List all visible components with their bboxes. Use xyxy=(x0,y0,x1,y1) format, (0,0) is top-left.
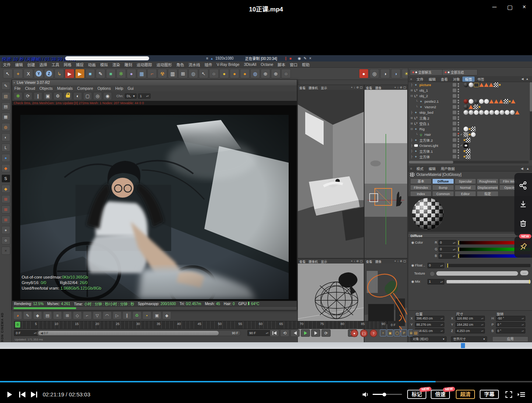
layer-tag[interactable] xyxy=(452,94,457,98)
viewC-menu-1[interactable]: 摄像机 xyxy=(307,259,320,264)
vp-down-icon[interactable]: ↓ xyxy=(354,86,355,89)
visibility-dots[interactable] xyxy=(458,138,459,142)
am-menu-item-1[interactable]: 编辑 xyxy=(426,166,438,171)
vp-null-icon[interactable]: ⊘ xyxy=(356,259,359,263)
layer-tag[interactable] xyxy=(452,149,457,153)
texture-browse-button[interactable]: … xyxy=(520,271,528,275)
material-tab-Normal[interactable]: Normal xyxy=(455,185,476,190)
bend-deformer-icon[interactable]: ⌐ xyxy=(147,69,157,78)
material-tab-Roughness[interactable]: Roughness xyxy=(477,178,498,184)
material-thumb-chk[interactable] xyxy=(494,82,498,87)
material-thumb-tri[interactable] xyxy=(489,83,493,87)
object-row[interactable]: ├✦skip_bed xyxy=(408,110,529,115)
vp-null-icon[interactable]: ⊘ xyxy=(356,86,359,89)
globe-tool-icon[interactable]: ◍ xyxy=(250,69,260,78)
c4d-menu-item-13[interactable]: 角色 xyxy=(174,62,186,67)
octane-start-icon[interactable]: ✻ xyxy=(14,92,22,100)
c4d-menu-item-7[interactable]: 动画 xyxy=(86,62,98,67)
vp-null-icon[interactable]: ⊘ xyxy=(400,259,402,263)
rail-cube-icon[interactable]: ▧ xyxy=(1,92,10,100)
material-thumb-sW[interactable] xyxy=(474,110,479,115)
lv-menu-item-7[interactable]: Gui xyxy=(126,86,136,91)
c4d-menu-item-14[interactable]: 流水线 xyxy=(186,62,202,67)
pin-icon[interactable] xyxy=(518,242,528,252)
c4d-menu-item-2[interactable]: 创建 xyxy=(25,62,37,67)
lv-menu-item-2[interactable]: Objects xyxy=(37,86,55,91)
axis-x-lock-icon[interactable]: X xyxy=(24,69,33,78)
visibility-dots[interactable] xyxy=(458,105,459,109)
material-thumb-tri[interactable] xyxy=(499,99,503,103)
unfreeze-all-button[interactable]: 全部解冻 xyxy=(410,69,445,75)
lv-menu-item-5[interactable]: Options xyxy=(95,86,113,91)
c4d-menu-item-1[interactable]: 编辑 xyxy=(13,62,25,67)
vp-maximize-icon[interactable]: ▢ xyxy=(403,259,406,263)
samples-stepper[interactable]: 1 ▴▾ xyxy=(138,93,151,99)
subtitle-button[interactable]: 字幕 xyxy=(480,390,499,399)
lv-menu-item-1[interactable]: Cloud xyxy=(23,86,37,91)
layer-tag[interactable] xyxy=(452,155,457,159)
object-name[interactable]: 三角.2 xyxy=(419,116,429,121)
circle-tool-icon[interactable]: ○ xyxy=(281,69,291,78)
float-slider[interactable] xyxy=(447,264,531,267)
material-thumb-img[interactable] xyxy=(474,83,479,87)
viewD-menu-0[interactable]: 查看 xyxy=(364,259,374,264)
material-thumb-chk[interactable] xyxy=(466,138,471,142)
key-rotation-button[interactable]: ◯ xyxy=(394,329,400,336)
trash-icon[interactable] xyxy=(519,219,528,228)
layer-tag[interactable] xyxy=(452,99,457,103)
vp-down-icon[interactable]: ↓ xyxy=(397,86,399,89)
material-thumb-sG[interactable] xyxy=(469,110,473,115)
object-row[interactable]: └ψHair✓ xyxy=(408,132,529,137)
vp-move-icon[interactable]: + xyxy=(394,86,396,89)
maximize-button[interactable]: ▢ xyxy=(506,4,514,11)
add-a-icon[interactable]: ⊕ xyxy=(261,69,270,78)
enabled-check-icon[interactable]: ✓ xyxy=(460,133,463,136)
c4d-menu-item-4[interactable]: 工具 xyxy=(49,62,61,67)
previous-frame-button[interactable] xyxy=(290,329,300,337)
material-thumb-sW[interactable] xyxy=(471,132,476,137)
material-preview-sphere[interactable] xyxy=(412,198,444,230)
render-target-icon[interactable]: ◎ xyxy=(370,69,379,78)
clay-mode-icon[interactable]: ▢ xyxy=(83,92,92,100)
film-sphere-icon[interactable]: ◐ xyxy=(73,92,82,100)
material-thumb-dot[interactable] xyxy=(464,150,465,152)
c4d-menu-item-12[interactable]: 运动图形 xyxy=(154,62,174,67)
rail-blob-icon[interactable]: ○ xyxy=(1,236,10,244)
magnify-tool-icon[interactable]: ○ xyxy=(209,69,219,78)
playlist-icon[interactable] xyxy=(517,386,525,403)
object-name[interactable]: obj_2 xyxy=(419,94,428,98)
recorder-pause-icon[interactable]: ∥ xyxy=(285,57,287,60)
pointer-tool-icon[interactable]: ↖ xyxy=(199,69,208,78)
rail-pen-icon[interactable]: ✎ xyxy=(1,82,10,90)
om-menu-item-5[interactable]: 书签 xyxy=(475,77,487,82)
lv-menu-item-4[interactable]: Compare xyxy=(75,86,95,91)
rail-droplet-icon[interactable]: ● xyxy=(1,154,10,162)
quality-button[interactable]: 超清 xyxy=(456,390,475,399)
fullscreen-icon[interactable] xyxy=(505,386,512,403)
generators-icon[interactable]: ✻ xyxy=(116,69,126,78)
recorder-screenshot-icon[interactable]: ◉ xyxy=(298,57,301,60)
coords-size-dropdown[interactable]: 世界尺寸 ▾ xyxy=(451,336,487,342)
c4d-menu-item-3[interactable]: 选择 xyxy=(37,62,49,67)
material-thumb-chk[interactable] xyxy=(466,154,471,159)
viewC-menu-2[interactable]: 显示 xyxy=(320,259,329,264)
physical-sky-icon[interactable]: ☢ xyxy=(158,69,167,78)
go-to-start-button[interactable] xyxy=(270,329,279,337)
material-thumb-lit[interactable] xyxy=(464,143,468,148)
autokey-button[interactable]: ( ) xyxy=(360,329,368,337)
rail-l-tool-icon[interactable]: L xyxy=(1,144,10,152)
state-orange-1-icon[interactable]: ● xyxy=(230,69,239,78)
object-name[interactable]: 空白.1 xyxy=(419,121,429,126)
material-thumb-dot[interactable] xyxy=(469,134,471,135)
material-thumb-sR[interactable] xyxy=(464,99,468,104)
object-tree-vscrollbar[interactable] xyxy=(530,82,532,160)
anim-key-icon[interactable]: ◆ xyxy=(33,311,42,319)
rail-reddots-3-icon[interactable]: ⊞ xyxy=(1,216,10,224)
viewA-menu-2[interactable]: 显示 xyxy=(320,85,329,90)
visibility-dots[interactable] xyxy=(458,89,459,92)
select-tool-icon[interactable]: ↖ xyxy=(3,69,13,78)
render-view-icon[interactable]: ▥ xyxy=(168,69,177,78)
rail-stack-icon[interactable]: ▤ xyxy=(1,102,10,110)
visibility-dots[interactable] xyxy=(458,111,459,114)
loop-button[interactable]: ⟳ xyxy=(321,329,331,337)
